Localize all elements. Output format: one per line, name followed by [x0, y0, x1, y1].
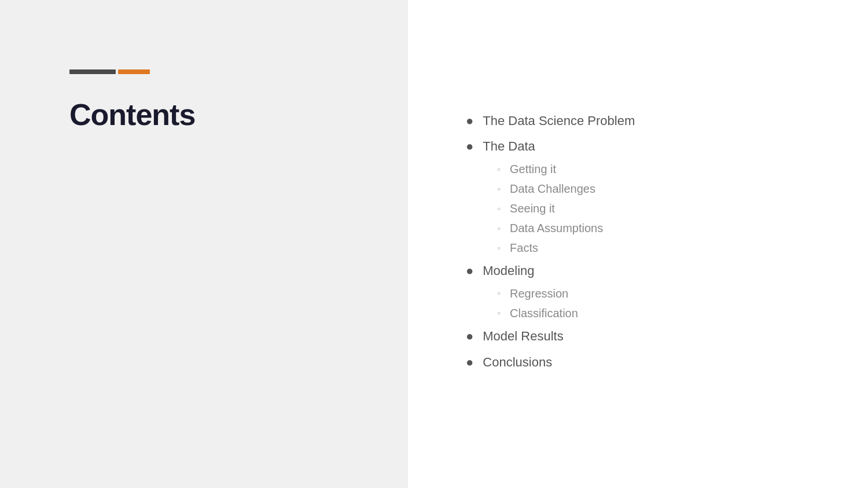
sub-bullet-icon: ○: [497, 165, 501, 174]
bullet-icon: ●: [466, 328, 473, 346]
toc-label: The Data Science Problem: [483, 112, 635, 130]
list-item: ○ Data Challenges: [497, 180, 810, 197]
list-item: ○ Data Assumptions: [497, 219, 810, 237]
list-item: ○ Seeing it: [497, 200, 810, 217]
bar-dark: [69, 69, 116, 74]
list-item: ● The Data: [466, 138, 810, 156]
bullet-icon: ●: [466, 262, 473, 280]
sub-bullet-icon: ○: [497, 309, 501, 317]
list-item: ○ Facts: [497, 239, 810, 256]
sub-bullet-icon: ○: [497, 204, 501, 213]
bullet-icon: ●: [466, 138, 473, 156]
toc-sub-label: Facts: [510, 239, 538, 256]
left-panel: Contents: [0, 0, 408, 488]
toc-sub-label: Data Assumptions: [510, 219, 603, 237]
list-item: ○ Getting it: [497, 160, 810, 178]
sub-bullet-icon: ○: [497, 185, 501, 193]
right-panel: ● The Data Science Problem ● The Data ○ …: [408, 0, 868, 488]
toc-label: Conclusions: [483, 354, 552, 372]
bar-orange: [118, 69, 150, 74]
decorative-bar: [69, 69, 362, 74]
list-item: ● Model Results: [466, 328, 810, 346]
toc-label: Model Results: [483, 328, 563, 346]
bullet-icon: ●: [466, 112, 473, 130]
list-item: ● Modeling: [466, 262, 810, 280]
bullet-icon: ●: [466, 354, 473, 372]
toc-label: The Data: [483, 138, 535, 156]
slide-title: Contents: [69, 97, 362, 132]
sub-bullet-icon: ○: [497, 289, 501, 298]
toc-sub-label: Getting it: [510, 160, 556, 178]
sub-bullet-icon: ○: [497, 224, 501, 233]
sub-bullet-icon: ○: [497, 244, 501, 252]
list-item: ● The Data Science Problem: [466, 112, 810, 130]
toc-sublist: ○ Getting it ○ Data Challenges ○ Seeing …: [497, 160, 810, 256]
toc-sub-label: Data Challenges: [510, 180, 595, 197]
toc-sublist: ○ Regression ○ Classification: [497, 285, 810, 322]
list-item: ● Conclusions: [466, 354, 810, 372]
toc-sub-label: Seeing it: [510, 200, 555, 217]
toc-label: Modeling: [483, 262, 534, 280]
list-item: ○ Classification: [497, 304, 810, 322]
toc-list: ● The Data Science Problem ● The Data ○ …: [466, 112, 810, 376]
list-item: ○ Regression: [497, 285, 810, 302]
toc-sub-label: Classification: [510, 304, 578, 322]
toc-sub-label: Regression: [510, 285, 568, 302]
